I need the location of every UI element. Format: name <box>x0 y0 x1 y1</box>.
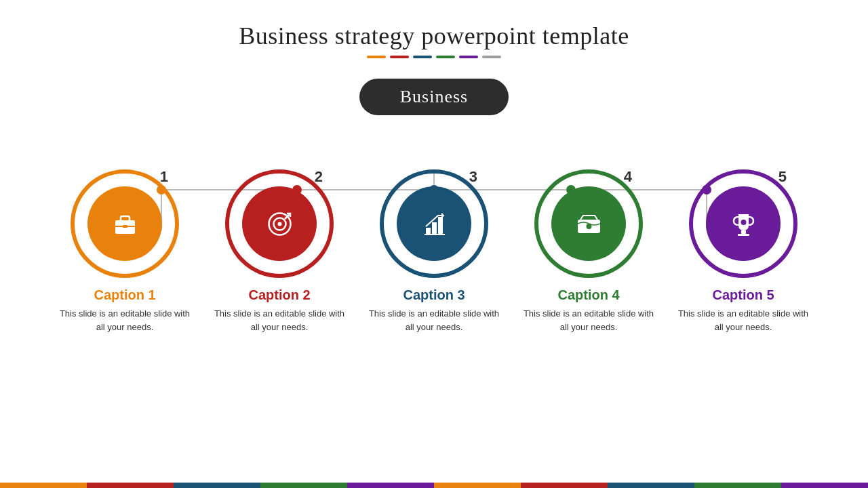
color-bar-1 <box>367 56 386 58</box>
trophy-icon <box>728 209 759 239</box>
number-3: 3 <box>469 168 477 186</box>
color-bar-6 <box>482 56 501 58</box>
color-bar-2 <box>390 56 409 58</box>
caption-text-3: This slide is an editable slide with all… <box>366 307 502 333</box>
stripe-3 <box>174 483 260 488</box>
circle-inner-1 <box>87 186 162 261</box>
page-container: Business strategy powerpoint template Bu… <box>0 0 868 488</box>
number-2: 2 <box>315 168 323 186</box>
caption-4: Caption 4 <box>557 287 619 303</box>
caption-5: Caption 5 <box>712 287 774 303</box>
stripe-8 <box>608 483 694 488</box>
svg-point-17 <box>277 222 281 226</box>
business-pill-wrapper: Business <box>0 79 868 115</box>
chart-icon <box>419 209 450 239</box>
briefcase-icon <box>110 209 140 239</box>
caption-text-1: This slide is an editable slide with all… <box>57 307 193 333</box>
color-bar-5 <box>459 56 478 58</box>
color-bar-3 <box>413 56 432 58</box>
target-icon <box>264 209 295 239</box>
money-icon <box>574 209 604 239</box>
svg-rect-14 <box>123 225 127 228</box>
caption-text-4: This slide is an editable slide with all… <box>521 307 656 333</box>
number-1: 1 <box>160 168 168 186</box>
stripe-9 <box>694 483 781 488</box>
business-pill: Business <box>359 79 509 115</box>
svg-rect-21 <box>438 217 443 235</box>
stripe-2 <box>87 483 174 488</box>
svg-rect-25 <box>741 230 746 234</box>
stripe-10 <box>781 483 868 488</box>
item-4: 4 Caption 4 This slide is an editable sl… <box>521 169 656 333</box>
svg-point-27 <box>741 220 746 225</box>
svg-rect-20 <box>432 222 437 235</box>
item-5: 5 Caption 5 This slide i <box>675 169 811 333</box>
circle-inner-3 <box>397 186 471 261</box>
items-row: 1 Caption 1 This slide is an editable sl… <box>0 169 868 333</box>
circle-inner-5 <box>706 186 781 261</box>
svg-point-24 <box>586 224 591 229</box>
caption-1: Caption 1 <box>94 287 155 303</box>
item-1: 1 Caption 1 This slide is an editable sl… <box>57 169 193 333</box>
circle-inner-2 <box>242 186 317 261</box>
circle-outer-4: 4 <box>534 169 643 278</box>
circle-outer-3: 3 <box>380 169 488 278</box>
caption-3: Caption 3 <box>403 287 465 303</box>
svg-rect-19 <box>426 228 431 235</box>
diagram-area: 1 Caption 1 This slide is an editable sl… <box>0 169 868 333</box>
svg-rect-26 <box>738 234 749 236</box>
circle-outer-1: 1 <box>71 169 179 278</box>
caption-text-2: This slide is an editable slide with all… <box>212 307 347 333</box>
title-area: Business strategy powerpoint template <box>0 0 868 58</box>
page-title: Business strategy powerpoint template <box>0 22 868 50</box>
stripe-5 <box>347 483 434 488</box>
stripe-4 <box>260 483 347 488</box>
circle-outer-2: 2 <box>225 169 334 278</box>
color-bar <box>0 56 868 58</box>
caption-text-5: This slide is an editable slide with all… <box>675 307 811 333</box>
circle-outer-5: 5 <box>689 169 797 278</box>
number-4: 4 <box>624 168 632 186</box>
circle-inner-4 <box>551 186 626 261</box>
stripe-6 <box>434 483 521 488</box>
stripe-1 <box>0 483 87 488</box>
stripe-7 <box>521 483 608 488</box>
item-2: 2 Caption 2 This slide is an editable s <box>212 169 347 333</box>
bottom-stripe <box>0 483 868 488</box>
caption-2: Caption 2 <box>248 287 310 303</box>
item-3: 3 Caption 3 This slide i <box>366 169 502 333</box>
number-5: 5 <box>778 168 787 186</box>
color-bar-4 <box>436 56 455 58</box>
